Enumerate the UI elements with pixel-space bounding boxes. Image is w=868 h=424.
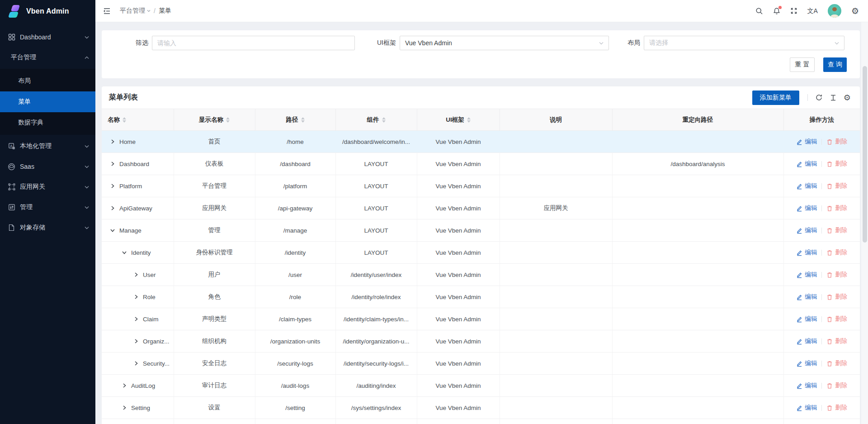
delete-button[interactable]: 删除 xyxy=(826,315,847,323)
edit-button[interactable]: 编辑 xyxy=(796,138,817,146)
edit-button[interactable]: 编辑 xyxy=(796,226,817,234)
gear-icon[interactable]: ⚙ xyxy=(851,7,859,15)
row-height-icon[interactable] xyxy=(830,94,837,101)
delete-button[interactable]: 删除 xyxy=(826,271,847,279)
sidebar-item-menu[interactable]: 菜单 xyxy=(0,91,95,112)
menu-redirect xyxy=(612,375,783,397)
sidebar-item-dashboard[interactable]: Dashboard xyxy=(0,28,95,46)
expand-caret-icon[interactable] xyxy=(110,228,115,233)
table-row[interactable]: Manage 管理 /manage LAYOUT Vue Vben Admin … xyxy=(102,219,860,242)
search-icon[interactable] xyxy=(755,7,763,15)
menu-path: /claim-types xyxy=(255,308,335,330)
filter-input[interactable] xyxy=(157,39,349,47)
ui-framework-label: UI框架 xyxy=(377,39,396,47)
edit-button[interactable]: 编辑 xyxy=(796,404,817,412)
bell-icon[interactable] xyxy=(773,7,780,15)
delete-button[interactable]: 删除 xyxy=(826,160,847,168)
column-header-ui-framework[interactable]: UI框架 xyxy=(417,109,500,131)
pencil-icon xyxy=(796,205,802,212)
delete-button[interactable]: 删除 xyxy=(826,337,847,345)
sidebar-item-localization[interactable]: A 本地化管理 xyxy=(0,137,95,155)
expand-caret-icon[interactable] xyxy=(122,250,127,255)
table-row[interactable]: Home 首页 /home /dashboard/welcome/in... V… xyxy=(102,131,860,153)
add-menu-button[interactable]: 添加新菜单 xyxy=(752,91,799,105)
sidebar-item-data-dictionary[interactable]: 数据字典 xyxy=(0,112,95,133)
edit-button[interactable]: 编辑 xyxy=(796,204,817,212)
menu-component: /dashboard/welcome/in... xyxy=(335,131,417,153)
table-row[interactable]: ApiGateway 应用网关 /api-gateway LAYOUT Vue … xyxy=(102,197,860,219)
expand-caret-icon[interactable] xyxy=(110,205,115,211)
expand-caret-icon[interactable] xyxy=(110,183,115,189)
expand-caret-icon[interactable] xyxy=(133,361,139,366)
menu-name: AuditLog xyxy=(131,382,155,389)
delete-button[interactable]: 删除 xyxy=(826,359,847,367)
sidebar-item-layout[interactable]: 布局 xyxy=(0,71,95,91)
sidebar-item-object-storage[interactable]: 对象存储 xyxy=(0,219,95,237)
delete-button[interactable]: 删除 xyxy=(826,404,847,412)
expand-caret-icon[interactable] xyxy=(133,294,139,300)
table-settings-icon[interactable]: ⚙ xyxy=(844,94,851,102)
sidebar-collapse-icon[interactable] xyxy=(103,7,111,15)
column-header-path[interactable]: 路径 xyxy=(255,109,335,131)
menu-component: /identity/organization-u... xyxy=(335,330,417,353)
column-header-name[interactable]: 名称 xyxy=(102,109,174,131)
table-row[interactable]: User 用户 /user /identity/user/index Vue V… xyxy=(102,264,860,286)
table-row[interactable]: Role 角色 /role /identity/role/index Vue V… xyxy=(102,286,860,308)
menu-redirect xyxy=(612,286,783,308)
top-header: 平台管理 / 菜单 文A ⚙ xyxy=(95,0,868,22)
table-row[interactable]: Claim 声明类型 /claim-types /identity/claim-… xyxy=(102,308,860,330)
breadcrumb-parent[interactable]: 平台管理 xyxy=(120,7,151,15)
table-row[interactable]: Setting 设置 /setting /sys/settings/index … xyxy=(102,397,860,419)
edit-button[interactable]: 编辑 xyxy=(796,248,817,257)
expand-caret-icon[interactable] xyxy=(122,383,127,388)
avatar[interactable] xyxy=(828,4,841,18)
expand-caret-icon[interactable] xyxy=(110,139,115,144)
table-row[interactable]: Dashboard 仪表板 /dashboard LAYOUT Vue Vben… xyxy=(102,153,860,175)
fullscreen-icon[interactable] xyxy=(790,7,797,14)
sidebar-item-label: 平台管理 xyxy=(11,53,85,62)
expand-caret-icon[interactable] xyxy=(110,161,115,167)
edit-button[interactable]: 编辑 xyxy=(796,271,817,279)
table-row[interactable]: AuditLog 审计日志 /audit-logs /auditing/inde… xyxy=(102,375,860,397)
edit-button[interactable]: 编辑 xyxy=(796,182,817,190)
edit-button[interactable]: 编辑 xyxy=(796,293,817,301)
delete-button[interactable]: 删除 xyxy=(826,381,847,390)
delete-button[interactable]: 删除 xyxy=(826,293,847,301)
edit-button[interactable]: 编辑 xyxy=(796,160,817,168)
expand-caret-icon[interactable] xyxy=(122,405,127,410)
app-logo[interactable]: Vben Admin xyxy=(0,0,95,22)
delete-button[interactable]: 删除 xyxy=(826,182,847,190)
delete-button[interactable]: 删除 xyxy=(826,138,847,146)
delete-button[interactable]: 删除 xyxy=(826,248,847,257)
sidebar-item-manage[interactable]: 管理 xyxy=(0,198,95,216)
ui-framework-select[interactable]: Vue Vben Admin xyxy=(400,36,609,50)
pencil-icon xyxy=(796,227,802,234)
sidebar-item-gateway[interactable]: 应用网关 xyxy=(0,178,95,196)
menu-redirect xyxy=(612,242,783,264)
edit-button[interactable]: 编辑 xyxy=(796,315,817,323)
delete-button[interactable]: 删除 xyxy=(826,226,847,234)
table-row[interactable]: Identity 身份标识管理 /identity LAYOUT Vue Vbe… xyxy=(102,242,860,264)
trash-icon xyxy=(826,205,833,212)
expand-caret-icon[interactable] xyxy=(133,338,139,344)
scrollbar-thumb[interactable] xyxy=(863,66,867,243)
column-header-component[interactable]: 组件 xyxy=(335,109,417,131)
search-button[interactable]: 查 询 xyxy=(823,57,847,72)
edit-button[interactable]: 编辑 xyxy=(796,381,817,390)
column-header-display-name[interactable]: 显示名称 xyxy=(174,109,255,131)
delete-button[interactable]: 删除 xyxy=(826,204,847,212)
expand-caret-icon[interactable] xyxy=(133,316,139,322)
refresh-icon[interactable] xyxy=(815,94,823,101)
edit-button[interactable]: 编辑 xyxy=(796,359,817,367)
sidebar-item-platform[interactable]: 平台管理 xyxy=(0,48,95,67)
table-row[interactable]: Security... 安全日志 /security-logs /identit… xyxy=(102,353,860,375)
edit-button[interactable]: 编辑 xyxy=(796,337,817,345)
sidebar-item-saas[interactable]: Saas xyxy=(0,157,95,176)
layout-select[interactable]: 请选择 xyxy=(644,36,844,50)
expand-caret-icon[interactable] xyxy=(133,272,139,277)
translate-icon[interactable]: 文A xyxy=(807,8,818,14)
table-row[interactable]: Organiz... 组织机构 /organization-units /ide… xyxy=(102,330,860,353)
menu-component: LAYOUT xyxy=(335,219,417,242)
reset-button[interactable]: 重 置 xyxy=(790,57,815,72)
table-row[interactable]: Platform 平台管理 /platform LAYOUT Vue Vben … xyxy=(102,175,860,197)
